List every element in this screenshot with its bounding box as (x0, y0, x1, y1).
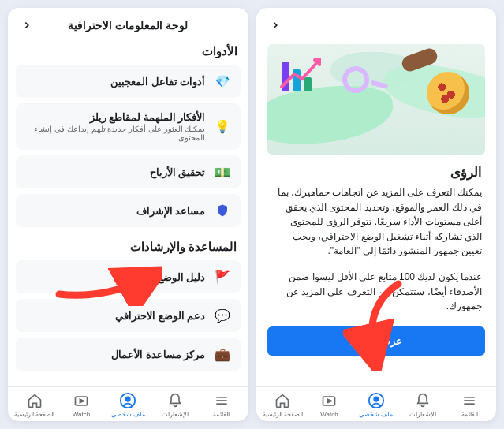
nav-home[interactable]: الصفحة الرئيسية (259, 392, 306, 418)
home-icon (26, 392, 43, 409)
svg-point-11 (126, 397, 131, 401)
item-label: تحقيق الأرباح (25, 166, 206, 178)
nav-home[interactable]: الصفحة الرئيسية (11, 392, 58, 418)
view-insights-button[interactable]: عرض الرؤى (267, 326, 486, 356)
nav-watch[interactable]: Watch (306, 392, 353, 418)
bell-icon (414, 392, 431, 409)
menu-icon (213, 392, 230, 409)
nav-profile[interactable]: ملف شخصي (105, 392, 151, 418)
phone-dashboard: لوحة المعلومات الاحترافية الأدوات 💎 أدوا… (8, 8, 248, 421)
nav-watch[interactable]: Watch (58, 392, 104, 418)
profile-icon (368, 392, 385, 409)
help-pro-mode-support[interactable]: 💬 دعم الوضع الاحترافي (16, 299, 241, 332)
back-icon[interactable] (19, 17, 35, 33)
help-pro-mode-guide[interactable]: 🚩 دليل الوضع الاحترافي (16, 260, 241, 293)
nav-label: الصفحة الرئيسية (14, 411, 54, 418)
back-icon[interactable] (267, 17, 283, 33)
header: لوحة المعلومات الاحترافية (8, 8, 248, 39)
insights-content: الرؤى يمكنك التعرف على المزيد عن اتجاهات… (256, 39, 497, 386)
profile-icon (119, 392, 136, 409)
flag-icon: 🚩 (214, 268, 231, 285)
shield-icon (214, 202, 231, 219)
section-help-title: المساعدة والإرشادات (8, 235, 248, 260)
nav-label: القائمة (461, 411, 478, 418)
briefcase-icon: 💼 (214, 345, 231, 363)
insights-title: الرؤى (256, 161, 497, 185)
nav-label: الإشعارات (409, 411, 436, 418)
bottom-nav: القائمة الإشعارات ملف شخصي Watch الصفحة … (8, 386, 248, 421)
nav-profile[interactable]: ملف شخصي (353, 392, 399, 418)
nav-label: Watch (73, 411, 90, 418)
bell-icon (166, 392, 184, 409)
money-icon: 💵 (214, 163, 231, 181)
bottom-nav: القائمة الإشعارات ملف شخصي Watch الصفحة … (256, 386, 497, 421)
insights-note: عندما يكون لديك 100 متابع على الأقل ليسو… (256, 267, 497, 323)
help-business-center[interactable]: 💼 مركز مساعدة الأعمال (16, 338, 241, 371)
nav-menu[interactable]: القائمة (198, 392, 245, 418)
dashboard-content: الأدوات 💎 أدوات تفاعل المعجبين 💡 الأفكار… (8, 39, 248, 386)
help-list: 🚩 دليل الوضع الاحترافي 💬 دعم الوضع الاحت… (8, 260, 248, 371)
nav-notifications[interactable]: الإشعارات (399, 392, 446, 418)
nav-menu[interactable]: القائمة (446, 392, 493, 418)
watch-icon (73, 392, 90, 409)
nav-label: الإشعارات (162, 411, 189, 418)
page-title: لوحة المعلومات الاحترافية (41, 19, 215, 32)
nav-label: ملف شخصي (111, 411, 145, 418)
item-sub: يمكنك العثور على أفكار جديدة تلهم إبداعك… (25, 125, 206, 142)
item-label: أدوات تفاعل المعجبين (25, 76, 206, 88)
tool-moderation-assist[interactable]: مساعد الإشراف (16, 194, 241, 227)
insights-hero-illustration (267, 44, 486, 155)
svg-point-4 (374, 397, 379, 401)
tool-fan-engagement[interactable]: 💎 أدوات تفاعل المعجبين (16, 65, 241, 98)
diamond-icon: 💎 (214, 73, 231, 90)
tool-monetization[interactable]: 💵 تحقيق الأرباح (16, 155, 241, 188)
chat-icon: 💬 (214, 307, 231, 324)
nav-label: القائمة (213, 411, 230, 418)
header (256, 8, 497, 39)
item-label: الأفكار الملهمة لمقاطع ريلز (25, 111, 206, 123)
svg-marker-13 (80, 399, 84, 402)
item-label: دعم الوضع الاحترافي (25, 310, 206, 322)
item-label: دليل الوضع الاحترافي (25, 271, 206, 283)
home-icon (274, 392, 291, 409)
item-label: مساعد الإشراف (25, 205, 206, 217)
tools-list: 💎 أدوات تفاعل المعجبين 💡 الأفكار الملهمة… (8, 65, 248, 227)
item-label: مركز مساعدة الأعمال (25, 349, 206, 360)
nav-label: الصفحة الرئيسية (263, 411, 303, 418)
phone-insights: الرؤى يمكنك التعرف على المزيد عن اتجاهات… (256, 8, 497, 421)
svg-marker-6 (328, 399, 332, 402)
section-tools-title: الأدوات (8, 39, 248, 65)
nav-notifications[interactable]: الإشعارات (151, 392, 198, 418)
watch-icon (320, 392, 338, 409)
nav-label: Watch (320, 411, 338, 418)
tool-reels-ideas[interactable]: 💡 الأفكار الملهمة لمقاطع ريلز يمكنك العث… (16, 103, 241, 150)
bulb-icon: 💡 (214, 118, 231, 136)
insights-body: يمكنك التعرف على المزيد عن اتجاهات جماهي… (256, 185, 497, 267)
menu-icon (461, 392, 478, 409)
nav-label: ملف شخصي (359, 411, 393, 418)
